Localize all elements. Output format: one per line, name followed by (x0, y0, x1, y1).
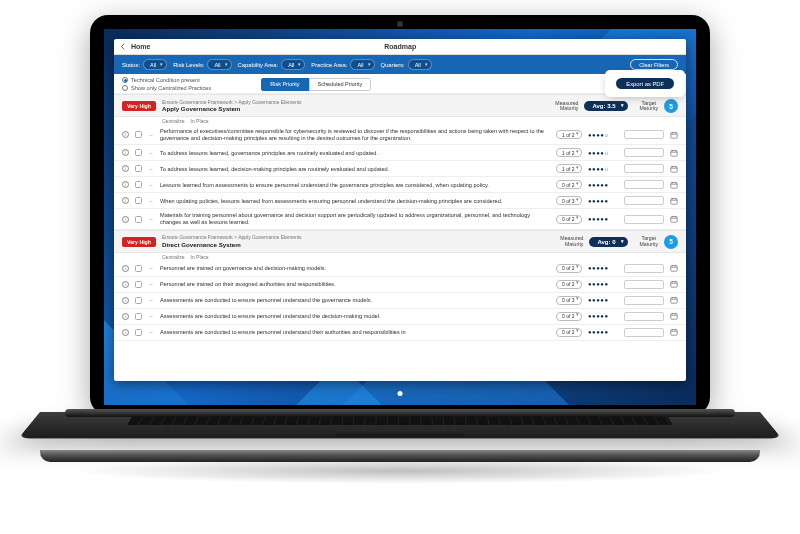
count-dropdown[interactable]: 1 of 2 (556, 148, 582, 157)
column-sublabels: CentralizeIn Place (114, 117, 686, 125)
centralize-checkbox[interactable] (135, 265, 142, 272)
calendar-icon[interactable] (670, 165, 678, 173)
titlebar: Home Roadmap (114, 39, 686, 55)
count-dropdown[interactable]: 0 of 2 (556, 215, 582, 224)
practice-text: Assessments are conducted to ensure pers… (160, 329, 550, 336)
info-icon[interactable]: i (122, 165, 129, 172)
filter-quarters: Quarters: All (381, 59, 432, 70)
svg-rect-7 (671, 282, 677, 288)
filter-bar: Status: All Risk Levels: All Capability … (114, 55, 686, 74)
info-icon[interactable]: i (122, 216, 129, 223)
target-input[interactable] (624, 328, 664, 337)
target-input[interactable] (624, 264, 664, 273)
calendar-icon[interactable] (670, 264, 678, 272)
calendar-icon[interactable] (670, 197, 678, 205)
centralize-checkbox[interactable] (135, 313, 142, 320)
count-dropdown[interactable]: 0 of 2 (556, 180, 582, 189)
centralize-checkbox[interactable] (135, 329, 142, 336)
maturity-dots: ●●●●○ (588, 150, 618, 156)
clear-filters-button[interactable]: Clear Filters (630, 59, 678, 70)
centralize-checkbox[interactable] (135, 216, 142, 223)
centralize-checkbox[interactable] (135, 181, 142, 188)
maturity-dots: ●●●●○ (588, 132, 618, 138)
centralize-checkbox[interactable] (135, 281, 142, 288)
section-header: Very HighEnsure Governance Framework > A… (114, 94, 686, 117)
target-input[interactable] (624, 196, 664, 205)
option-centralized-only[interactable]: Show only Centralized Practices (122, 85, 211, 91)
filter-risk-value[interactable]: All (207, 59, 231, 70)
info-icon[interactable]: i (122, 149, 129, 156)
target-input[interactable] (624, 164, 664, 173)
calendar-icon[interactable] (670, 312, 678, 320)
avg-maturity-dropdown[interactable]: Avg: 3.5 (584, 101, 627, 111)
practice-row: i–Personnel are trained on governance an… (114, 261, 686, 277)
calendar-icon[interactable] (670, 181, 678, 189)
centralize-checkbox[interactable] (135, 197, 142, 204)
filter-quarters-value[interactable]: All (408, 59, 432, 70)
count-dropdown[interactable]: 1 of 2 (556, 130, 582, 139)
centralize-checkbox[interactable] (135, 165, 142, 172)
target-maturity-label: TargetMaturity (640, 101, 658, 112)
calendar-icon[interactable] (670, 296, 678, 304)
info-icon[interactable]: i (122, 181, 129, 188)
count-dropdown[interactable]: 0 of 2 (556, 280, 582, 289)
export-pdf-button[interactable]: Export as PDF (616, 78, 674, 89)
avg-maturity-dropdown[interactable]: Avg: 0 (589, 237, 627, 247)
pager-dot (398, 391, 403, 396)
target-input[interactable] (624, 180, 664, 189)
option-centralized-only-label: Show only Centralized Practices (131, 85, 211, 91)
filter-practice-value[interactable]: All (350, 59, 374, 70)
count-dropdown[interactable]: 1 of 2 (556, 164, 582, 173)
info-icon[interactable]: i (122, 197, 129, 204)
count-dropdown[interactable]: 0 of 2 (556, 264, 582, 273)
calendar-icon[interactable] (670, 280, 678, 288)
tab-risk-priority[interactable]: Risk Priority (261, 78, 308, 91)
col-inplace: In Place (191, 254, 209, 260)
svg-rect-8 (671, 298, 677, 304)
count-dropdown[interactable]: 0 of 2 (556, 328, 582, 337)
calendar-icon[interactable] (670, 149, 678, 157)
info-icon[interactable]: i (122, 281, 129, 288)
filter-risk-label: Risk Levels: (173, 62, 204, 68)
info-icon[interactable]: i (122, 329, 129, 336)
target-input[interactable] (624, 280, 664, 289)
svg-rect-4 (671, 199, 677, 205)
svg-rect-3 (671, 183, 677, 189)
count-dropdown[interactable]: 0 of 3 (556, 196, 582, 205)
calendar-icon[interactable] (670, 215, 678, 223)
info-icon[interactable]: i (122, 265, 129, 272)
svg-rect-9 (671, 314, 677, 320)
centralize-checkbox[interactable] (135, 149, 142, 156)
calendar-icon[interactable] (670, 328, 678, 336)
svg-rect-1 (671, 151, 677, 157)
target-input[interactable] (624, 148, 664, 157)
target-input[interactable] (624, 296, 664, 305)
inplace-indicator: – (148, 166, 154, 172)
filter-capability-value[interactable]: All (281, 59, 305, 70)
info-icon[interactable]: i (122, 297, 129, 304)
home-link[interactable]: Home (131, 43, 150, 50)
target-input[interactable] (624, 130, 664, 139)
filter-status-value[interactable]: All (143, 59, 167, 70)
target-input[interactable] (624, 312, 664, 321)
practice-text: Assessments are conducted to ensure pers… (160, 297, 550, 304)
camera-dot (397, 21, 403, 27)
section-title: Apply Governance System (162, 105, 302, 112)
centralize-checkbox[interactable] (135, 297, 142, 304)
tab-scheduled-priority[interactable]: Scheduled Priority (309, 78, 372, 91)
radio-icon (122, 85, 128, 91)
maturity-dots: ●●●●● (588, 297, 618, 303)
option-technical-condition[interactable]: Technical Condition present (122, 77, 211, 83)
centralize-checkbox[interactable] (135, 131, 142, 138)
target-input[interactable] (624, 215, 664, 224)
count-dropdown[interactable]: 0 of 2 (556, 312, 582, 321)
back-icon[interactable] (120, 43, 127, 50)
maturity-dots: ●●●●○ (588, 166, 618, 172)
info-icon[interactable]: i (122, 131, 129, 138)
practice-text: To address lessons learned, decision-mak… (160, 166, 550, 173)
inplace-indicator: – (148, 313, 154, 319)
info-icon[interactable]: i (122, 313, 129, 320)
count-dropdown[interactable]: 0 of 3 (556, 296, 582, 305)
calendar-icon[interactable] (670, 131, 678, 139)
col-inplace: In Place (191, 118, 209, 124)
